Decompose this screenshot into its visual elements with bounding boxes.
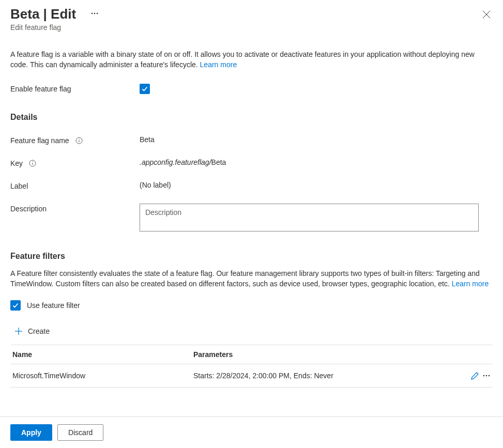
key-value: .appconfig.featureflag/Beta (140, 158, 493, 166)
apply-button[interactable]: Apply (10, 424, 52, 441)
filters-table: Name Parameters Microsoft.TimeWindow Sta… (10, 345, 493, 388)
svg-point-1 (94, 13, 96, 14)
enable-checkbox[interactable] (140, 84, 150, 94)
more-options-icon[interactable] (482, 372, 491, 380)
filters-intro: A Feature filter consistently evaluates … (10, 268, 493, 289)
svg-point-2 (97, 13, 98, 14)
flag-name-label: Feature flag name (10, 136, 69, 145)
page-subtitle: Edit feature flag (10, 23, 493, 32)
filters-heading: Feature filters (10, 252, 493, 261)
flag-name-value: Beta (140, 135, 493, 144)
use-feature-filter-label: Use feature filter (27, 301, 80, 310)
details-heading: Details (10, 113, 493, 122)
info-icon[interactable] (29, 160, 36, 167)
svg-point-13 (483, 375, 485, 377)
col-header-name: Name (10, 345, 191, 364)
filters-intro-body: A Feature filter consistently evaluates … (10, 269, 480, 288)
key-label: Key (10, 159, 23, 167)
label-value: (No label) (140, 181, 493, 189)
discard-button[interactable]: Discard (57, 424, 103, 441)
svg-point-10 (32, 161, 33, 162)
filters-learn-more-link[interactable]: Learn more (452, 280, 489, 288)
svg-point-14 (486, 375, 487, 377)
svg-point-7 (79, 138, 79, 139)
col-header-parameters: Parameters (191, 345, 451, 364)
create-filter-button[interactable]: Create (10, 327, 493, 335)
intro-body: A feature flag is a variable with a bina… (10, 50, 475, 69)
description-label: Description (10, 204, 140, 213)
more-options-icon[interactable] (90, 9, 99, 18)
label-label: Label (10, 181, 140, 190)
edit-icon[interactable] (471, 372, 479, 380)
table-row: Microsoft.TimeWindow Starts: 2/28/2024, … (10, 364, 493, 388)
filter-name: Microsoft.TimeWindow (10, 364, 191, 388)
page-title: Beta | Edit (10, 6, 76, 22)
intro-learn-more-link[interactable]: Learn more (200, 60, 237, 69)
intro-text: A feature flag is a variable with a bina… (10, 49, 493, 70)
enable-label: Enable feature flag (10, 84, 140, 93)
svg-point-0 (92, 13, 93, 14)
create-filter-label: Create (28, 327, 50, 335)
use-feature-filter-checkbox[interactable] (10, 300, 21, 311)
svg-point-15 (489, 375, 490, 377)
info-icon[interactable] (75, 137, 83, 144)
close-button[interactable] (480, 8, 493, 21)
filter-parameters: Starts: 2/28/2024, 2:00:00 PM, Ends: Nev… (191, 364, 451, 388)
description-input[interactable] (140, 204, 479, 231)
footer: Apply Discard (0, 416, 503, 448)
